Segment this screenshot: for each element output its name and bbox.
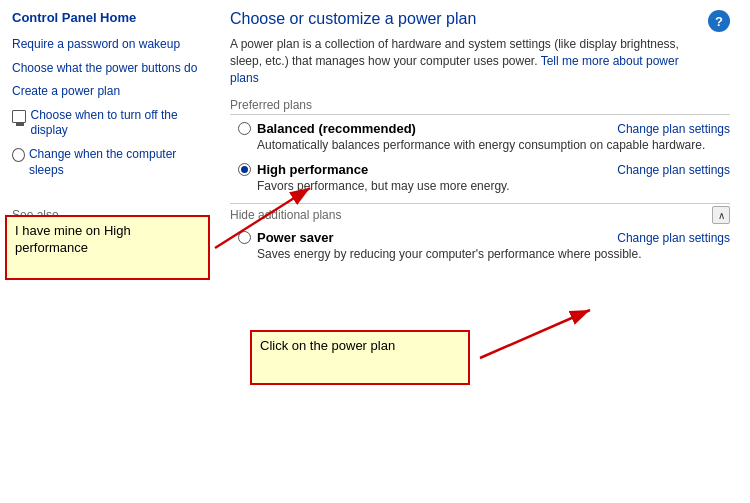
clock-icon bbox=[12, 148, 25, 162]
preferred-plans-label: Preferred plans bbox=[230, 98, 730, 115]
sidebar-link-power-buttons[interactable]: Choose what the power buttons do bbox=[12, 61, 198, 77]
page-title: Choose or customize a power plan bbox=[230, 10, 476, 28]
annotation-box-2: Click on the power plan bbox=[250, 330, 470, 385]
high-performance-change-link[interactable]: Change plan settings bbox=[617, 163, 730, 177]
balanced-plan-left[interactable]: Balanced (recommended) bbox=[238, 121, 416, 136]
main-description: A power plan is a collection of hardware… bbox=[230, 36, 710, 86]
high-performance-plan-row: High performance Change plan settings bbox=[238, 162, 730, 177]
hide-additional-plans-row: Hide additional plans ∧ bbox=[230, 203, 730, 224]
power-saver-plan-left[interactable]: Power saver bbox=[238, 230, 334, 245]
hide-plans-label: Hide additional plans bbox=[230, 208, 341, 222]
balanced-radio[interactable] bbox=[238, 122, 251, 135]
balanced-plan-desc: Automatically balances performance with … bbox=[257, 138, 730, 152]
high-performance-plan-name: High performance bbox=[257, 162, 368, 177]
balanced-plan-row: Balanced (recommended) Change plan setti… bbox=[238, 121, 730, 136]
main-content: Choose or customize a power plan ? A pow… bbox=[210, 0, 750, 503]
power-saver-plan-name: Power saver bbox=[257, 230, 334, 245]
sidebar-link-password[interactable]: Require a password on wakeup bbox=[12, 37, 198, 53]
collapse-button[interactable]: ∧ bbox=[712, 206, 730, 224]
balanced-change-link[interactable]: Change plan settings bbox=[617, 122, 730, 136]
svg-line-3 bbox=[480, 310, 590, 358]
power-saver-plan: Power saver Change plan settings Saves e… bbox=[230, 230, 730, 261]
sidebar-link-turn-off-display[interactable]: Choose when to turn off the display bbox=[12, 108, 198, 139]
main-header: Choose or customize a power plan ? bbox=[230, 10, 730, 36]
sidebar-link-create-plan[interactable]: Create a power plan bbox=[12, 84, 198, 100]
high-performance-plan-left[interactable]: High performance bbox=[238, 162, 368, 177]
high-performance-radio[interactable] bbox=[238, 163, 251, 176]
balanced-plan-name: Balanced (recommended) bbox=[257, 121, 416, 136]
power-saver-radio[interactable] bbox=[238, 231, 251, 244]
high-performance-plan: High performance Change plan settings Fa… bbox=[230, 162, 730, 193]
annotation-box-1: I have mine on High performance bbox=[5, 215, 210, 280]
sidebar-link-sleep[interactable]: Change when the computer sleeps bbox=[12, 147, 198, 178]
high-performance-plan-desc: Favors performance, but may use more ene… bbox=[257, 179, 730, 193]
power-saver-change-link[interactable]: Change plan settings bbox=[617, 231, 730, 245]
help-icon[interactable]: ? bbox=[708, 10, 730, 32]
balanced-plan: Balanced (recommended) Change plan setti… bbox=[230, 121, 730, 152]
power-saver-plan-desc: Saves energy by reducing your computer's… bbox=[257, 247, 730, 261]
control-panel-home-link[interactable]: Control Panel Home bbox=[12, 10, 198, 25]
power-saver-plan-row: Power saver Change plan settings bbox=[238, 230, 730, 245]
monitor-icon bbox=[12, 110, 26, 123]
